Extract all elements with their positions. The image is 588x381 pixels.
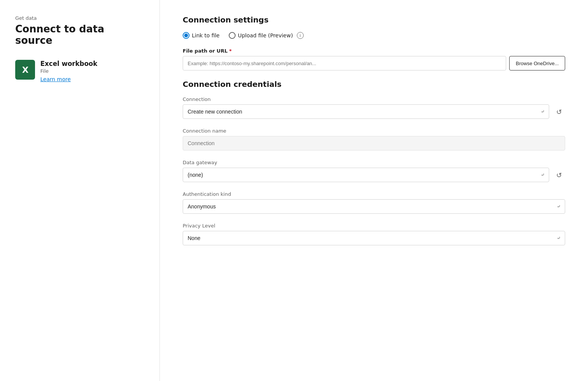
source-name: Excel workbook: [40, 60, 97, 67]
privacy-level-select-wrapper: None ⤶: [183, 231, 565, 245]
page-header: Get data Connect to data source: [15, 15, 144, 46]
browse-onedrive-button[interactable]: Browse OneDrive...: [509, 56, 565, 70]
source-card: X Excel workbook File Learn more: [15, 60, 144, 82]
connection-name-input[interactable]: [183, 136, 565, 150]
radio-link-to-file[interactable]: Link to file: [183, 32, 220, 39]
connection-select[interactable]: Create new connection: [183, 104, 549, 119]
file-path-group: File path or URL * Browse OneDrive...: [183, 48, 565, 70]
data-gateway-refresh-icon[interactable]: ↺: [553, 169, 565, 181]
learn-more-link[interactable]: Learn more: [40, 76, 97, 82]
auth-kind-select-wrapper: Anonymous ⤶: [183, 199, 565, 214]
excel-icon-letter: X: [22, 65, 28, 75]
connection-name-label: Connection name: [183, 128, 565, 134]
data-gateway-label: Data gateway: [183, 160, 565, 165]
file-path-row: Browse OneDrive...: [183, 56, 565, 70]
connection-name-field-group: Connection name: [183, 128, 565, 150]
connection-label: Connection: [183, 96, 565, 102]
data-gateway-field-group: Data gateway (none) ⤶ ↺: [183, 160, 565, 182]
excel-icon: X: [15, 60, 35, 80]
auth-kind-label: Authentication kind: [183, 191, 565, 197]
radio-link-to-file-label: Link to file: [192, 32, 220, 38]
file-path-label: File path or URL *: [183, 48, 565, 54]
source-info: Excel workbook File Learn more: [40, 60, 97, 82]
data-gateway-select-row: (none) ⤶ ↺: [183, 168, 565, 182]
radio-upload-file-label: Upload file (Preview): [238, 32, 293, 38]
connection-credentials-title: Connection credentials: [183, 80, 565, 89]
auth-kind-field-group: Authentication kind Anonymous ⤶: [183, 191, 565, 214]
radio-upload-file-circle: [229, 32, 236, 39]
info-icon[interactable]: i: [297, 32, 304, 39]
privacy-level-field-group: Privacy Level None ⤶: [183, 223, 565, 245]
connection-select-wrapper: Create new connection ⤶: [183, 104, 549, 119]
connection-field-group: Connection Create new connection ⤶ ↺: [183, 96, 565, 119]
data-gateway-select-wrapper: (none) ⤶: [183, 168, 549, 182]
file-path-input[interactable]: [183, 56, 506, 70]
connection-select-row: Create new connection ⤶ ↺: [183, 104, 565, 119]
privacy-level-select[interactable]: None: [183, 231, 565, 245]
required-star: *: [229, 48, 232, 54]
connection-settings-title: Connection settings: [183, 15, 565, 24]
connection-type-radio-group: Link to file Upload file (Preview) i: [183, 32, 565, 39]
source-type: File: [40, 68, 97, 74]
auth-kind-select[interactable]: Anonymous: [183, 199, 565, 214]
radio-link-to-file-circle: [183, 32, 190, 39]
connection-refresh-icon[interactable]: ↺: [553, 106, 565, 118]
page-title: Connect to data source: [15, 23, 144, 46]
page-subtitle: Get data: [15, 15, 144, 21]
data-gateway-select[interactable]: (none): [183, 168, 549, 182]
privacy-level-label: Privacy Level: [183, 223, 565, 229]
radio-upload-file[interactable]: Upload file (Preview) i: [229, 32, 304, 39]
